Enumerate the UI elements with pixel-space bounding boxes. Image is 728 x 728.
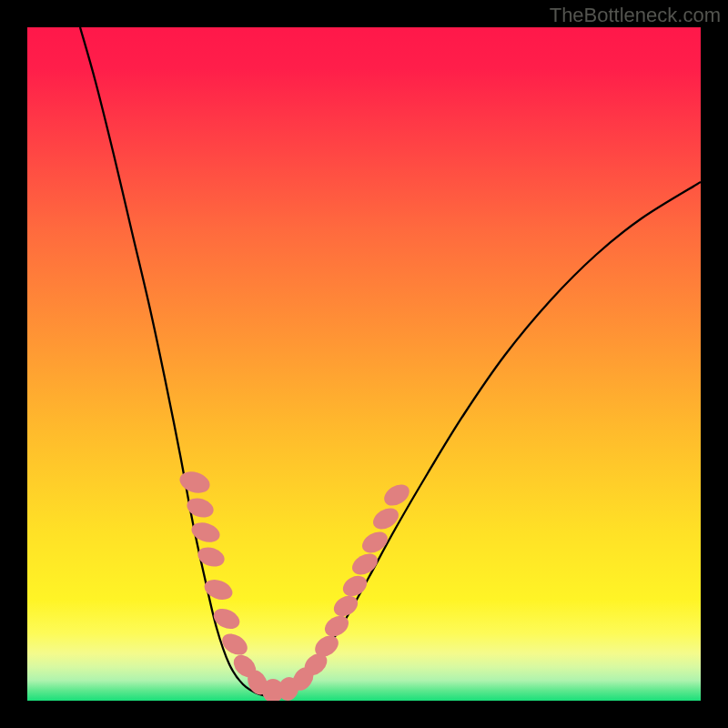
- data-bead: [330, 592, 361, 620]
- curve-layer: [27, 27, 701, 701]
- data-bead: [189, 520, 223, 546]
- chart-frame: TheBottleneck.com: [0, 0, 728, 728]
- data-bead: [218, 630, 251, 660]
- plot-area: [27, 27, 701, 701]
- data-bead: [196, 544, 228, 570]
- data-beads: [177, 468, 413, 701]
- watermark-label: TheBottleneck.com: [550, 4, 721, 27]
- data-bead: [210, 605, 243, 633]
- data-bead: [369, 504, 402, 533]
- data-bead: [349, 550, 381, 579]
- data-bead: [202, 576, 236, 603]
- data-bead: [177, 468, 212, 496]
- bottleneck-curve: [80, 27, 701, 696]
- data-bead: [359, 528, 391, 557]
- data-bead: [339, 571, 370, 600]
